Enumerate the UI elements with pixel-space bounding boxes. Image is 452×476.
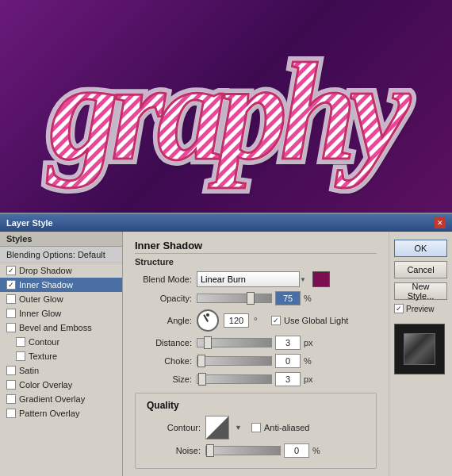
angle-dial[interactable] — [197, 309, 219, 332]
right-panel: OK Cancel New Style... Preview — [389, 232, 452, 476]
label-gradient-overlay: Gradient Overlay — [19, 394, 85, 404]
opacity-row: Opacity: % — [135, 291, 377, 305]
sidebar-item-satin[interactable]: Satin — [0, 363, 122, 378]
contour-row: Contour: ▼ Anti-aliased — [144, 416, 368, 440]
size-slider[interactable] — [197, 374, 272, 384]
label-pattern-overlay: Pattern Overlay — [19, 409, 79, 418]
dialog-body: Styles Blending Options: Default Drop Sh… — [0, 232, 452, 476]
distance-unit: px — [304, 338, 316, 347]
preview-text: Preview — [406, 305, 435, 313]
checkbox-contour[interactable] — [16, 337, 25, 347]
size-slider-container: px — [197, 372, 316, 386]
blend-mode-label: Blend Mode: — [135, 274, 192, 284]
sidebar-item-contour[interactable]: Contour — [0, 335, 122, 349]
angle-unit: ° — [254, 316, 266, 325]
sidebar-item-outer-glow[interactable]: Outer Glow — [0, 292, 122, 306]
distance-slider[interactable] — [197, 338, 272, 347]
checkbox-pattern-overlay[interactable] — [6, 409, 16, 418]
svg-text:graphy: graphy — [46, 35, 412, 189]
anti-aliased-label[interactable]: Anti-aliased — [251, 423, 309, 432]
sidebar-item-bevel-emboss[interactable]: Bevel and Emboss — [0, 321, 122, 335]
choke-label: Choke: — [135, 356, 192, 366]
label-texture: Texture — [29, 351, 57, 361]
contour-preview[interactable] — [205, 416, 229, 440]
blending-options-item[interactable]: Blending Options: Default — [0, 247, 122, 263]
size-label: Size: — [135, 374, 192, 384]
label-inner-glow: Inner Glow — [19, 309, 61, 318]
noise-slider-container: % — [205, 443, 325, 458]
cancel-button[interactable]: Cancel — [394, 261, 447, 278]
main-panel: Inner Shadow Structure Blend Mode: Linea… — [123, 232, 389, 476]
sidebar-item-gradient-overlay[interactable]: Gradient Overlay — [0, 392, 122, 406]
noise-slider[interactable] — [205, 446, 281, 455]
angle-input[interactable] — [224, 313, 249, 328]
layer-style-dialog: Layer Style ✕ Styles Blending Options: D… — [0, 213, 452, 476]
dialog-close-button[interactable]: ✕ — [435, 217, 446, 228]
size-row: Size: px — [135, 372, 377, 386]
distance-input[interactable] — [275, 336, 301, 350]
noise-unit: % — [312, 446, 325, 455]
contour-dropdown-arrow[interactable]: ▼ — [235, 424, 242, 432]
global-light-text: Use Global Light — [284, 316, 348, 325]
label-bevel-emboss: Bevel and Emboss — [19, 323, 92, 332]
checkbox-bevel-emboss[interactable] — [6, 323, 16, 332]
checkbox-color-overlay[interactable] — [6, 380, 16, 390]
canvas-area: graphy graphy graphy — [0, 0, 452, 213]
sidebar-item-texture[interactable]: Texture — [0, 349, 122, 363]
dialog-title: Layer Style — [6, 218, 53, 228]
styles-header: Styles — [0, 232, 122, 247]
sidebar-item-color-overlay[interactable]: Color Overlay — [0, 378, 122, 392]
sidebar-item-inner-shadow[interactable]: Inner Shadow — [0, 278, 122, 292]
blend-color-swatch[interactable] — [312, 271, 330, 287]
choke-input[interactable] — [275, 354, 301, 368]
angle-dot — [206, 313, 209, 317]
angle-label: Angle: — [135, 316, 192, 325]
noise-label: Noise: — [144, 446, 201, 455]
choke-slider[interactable] — [197, 356, 272, 366]
preview-box — [394, 324, 445, 374]
preview-inner — [404, 333, 435, 365]
checkbox-gradient-overlay[interactable] — [6, 394, 16, 404]
blend-mode-row: Blend Mode: Linear Burn Normal Multiply … — [135, 271, 377, 287]
checkbox-outer-glow[interactable] — [6, 294, 16, 304]
global-light-checkbox[interactable] — [271, 316, 281, 325]
preview-checkbox-label[interactable]: Preview — [394, 304, 447, 313]
distance-row: Distance: px — [135, 336, 377, 350]
sidebar-item-inner-glow[interactable]: Inner Glow — [0, 306, 122, 321]
distance-label: Distance: — [135, 338, 192, 347]
blend-mode-select[interactable]: Linear Burn Normal Multiply Screen Overl… — [197, 271, 300, 287]
label-color-overlay: Color Overlay — [19, 380, 72, 390]
layer-items-list: Drop ShadowInner ShadowOuter GlowInner G… — [0, 263, 122, 476]
checkbox-texture[interactable] — [16, 351, 25, 361]
choke-slider-container: % — [197, 354, 316, 368]
svg-marker-5 — [206, 416, 228, 439]
section-title: Inner Shadow — [135, 240, 377, 254]
noise-input[interactable] — [284, 443, 309, 458]
contour-label: Contour: — [144, 423, 201, 432]
opacity-slider[interactable] — [197, 294, 272, 303]
size-input[interactable] — [275, 372, 301, 386]
structure-title: Structure — [135, 257, 377, 267]
checkbox-inner-shadow[interactable] — [6, 280, 16, 290]
anti-aliased-checkbox[interactable] — [251, 423, 261, 432]
opacity-input[interactable] — [275, 291, 301, 305]
dialog-titlebar: Layer Style ✕ — [0, 214, 452, 232]
label-satin: Satin — [19, 366, 39, 375]
sidebar-item-pattern-overlay[interactable]: Pattern Overlay — [0, 406, 122, 420]
label-contour: Contour — [29, 337, 59, 347]
new-style-button[interactable]: New Style... — [394, 282, 447, 300]
label-drop-shadow: Drop Shadow — [19, 266, 72, 275]
size-unit: px — [304, 374, 316, 384]
sidebar-item-drop-shadow[interactable]: Drop Shadow — [0, 263, 122, 278]
anti-aliased-text: Anti-aliased — [264, 423, 309, 432]
opacity-unit: % — [304, 294, 316, 303]
checkbox-satin[interactable] — [6, 366, 16, 375]
global-light-label[interactable]: Use Global Light — [271, 316, 348, 325]
ok-button[interactable]: OK — [394, 240, 447, 257]
left-panel: Styles Blending Options: Default Drop Sh… — [0, 232, 123, 476]
choke-row: Choke: % — [135, 354, 377, 368]
checkbox-drop-shadow[interactable] — [6, 266, 16, 275]
quality-section: Quality Contour: ▼ Anti-aliased — [135, 393, 377, 469]
checkbox-inner-glow[interactable] — [6, 309, 16, 318]
preview-checkbox[interactable] — [394, 304, 404, 313]
